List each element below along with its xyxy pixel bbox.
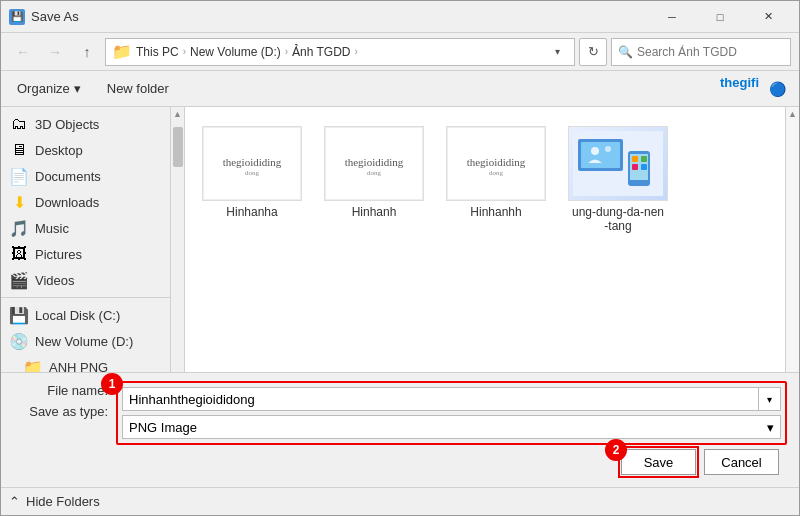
documents-icon: 📄 [9,167,29,185]
forward-button[interactable]: → [41,38,69,66]
file-name-input[interactable] [122,387,759,411]
svg-text:dong: dong [245,169,260,177]
address-bar[interactable]: 📁 This PC › New Volume (D:) › Ảnh TGDD ›… [105,38,575,66]
button-bar: 2 Save Cancel [13,445,787,479]
sidebar-item-videos[interactable]: 🎬 Videos [1,267,170,293]
svg-point-13 [605,146,611,152]
file-scrollbar[interactable]: ▲ [785,107,799,372]
music-icon: 🎵 [9,219,29,237]
svg-point-12 [591,147,599,155]
nav-bar: ← → ↑ 📁 This PC › New Volume (D:) › Ảnh … [1,33,799,71]
pictures-icon: 🖼 [9,245,29,263]
hide-folders-bar[interactable]: ⌃ Hide Folders [1,487,799,515]
bottom-bar: 1 File name: Save as type: ▾ PNG Image [1,372,799,487]
file-name-label: File name: [13,383,108,398]
save-type-arrow: ▾ [767,420,774,435]
logo-thumb-hinhanh: thegioididing dong [325,127,423,200]
dialog-icon: 💾 [9,9,25,25]
file-area: thegioididing dong Hinhanha thegioi [185,107,785,372]
organize-button[interactable]: Organize ▾ [9,77,89,100]
save-type-dropdown[interactable]: PNG Image ▾ [122,415,781,439]
up-button[interactable]: ↑ [73,38,101,66]
sidebar-item-pictures[interactable]: 🖼 Pictures [1,241,170,267]
refresh-button[interactable]: ↻ [579,38,607,66]
downloads-icon: ⬇ [9,193,29,211]
file-grid: thegioididing dong Hinhanha thegioi [197,119,773,240]
svg-text:thegioididing: thegioididing [467,156,526,168]
svg-rect-19 [641,164,647,170]
file-name-ung-dung: ung-dung-da-nen-tang [570,205,666,233]
file-thumb-hinhanha: thegioididing dong [202,126,302,201]
file-item-hinhanh[interactable]: thegioididing dong Hinhanh [319,119,429,240]
dialog-title: Save As [31,9,649,24]
toolbar: Organize ▾ New folder thegifi 🔵 [1,71,799,107]
videos-icon: 🎬 [9,271,29,289]
sidebar-item-documents[interactable]: 📄 Documents [1,163,170,189]
back-button[interactable]: ← [9,38,37,66]
svg-text:thegioididing: thegioididing [223,156,282,168]
sidebar: 🗂 3D Objects 🖥 Desktop 📄 Documents ⬇ Dow… [1,107,171,372]
svg-rect-17 [641,156,647,162]
file-name-hinhanh: Hinhanh [352,205,397,219]
main-area: 🗂 3D Objects 🖥 Desktop 📄 Documents ⬇ Dow… [1,107,799,372]
app-thumb-ung-dung [569,127,667,200]
search-box[interactable]: 🔍 [611,38,791,66]
file-name-row: ▾ [122,387,781,411]
file-inputs-rows: ▾ PNG Image ▾ [122,387,781,439]
breadcrumb-this-pc[interactable]: This PC [136,45,179,59]
sidebar-item-new-volume-d[interactable]: 💿 New Volume (D:) [1,328,170,354]
title-bar: 💾 Save As ─ □ ✕ [1,1,799,33]
new-folder-button[interactable]: New folder [97,77,179,100]
sidebar-item-3d-objects[interactable]: 🗂 3D Objects [1,111,170,137]
badge-2: 2 [605,439,627,461]
file-name-hinhanhh: Hinhanhh [470,205,521,219]
sidebar-item-downloads[interactable]: ⬇ Downloads [1,189,170,215]
breadcrumb-anh-tgdd[interactable]: Ảnh TGDD [292,45,350,59]
sidebar-item-local-disk-c[interactable]: 💾 Local Disk (C:) [1,302,170,328]
collapse-icon: ⌃ [9,494,20,509]
sidebar-item-music[interactable]: 🎵 Music [1,215,170,241]
hide-folders-label: Hide Folders [26,494,100,509]
file-item-hinhanha[interactable]: thegioididing dong Hinhanha [197,119,307,240]
anh-png-icon: 📁 [23,358,43,372]
file-name-dropdown[interactable]: ▾ [759,387,781,411]
organize-dropdown-icon: ▾ [74,81,81,96]
file-thumb-hinhanh: thegioididing dong [324,126,424,201]
sidebar-scrollbar[interactable]: ▲ [171,107,185,372]
sidebar-scroll-thumb[interactable] [173,127,183,167]
view-icon-button[interactable]: 🔵 [763,75,791,103]
logo-thumb-hinhanha: thegioididing dong [203,127,301,200]
search-icon: 🔍 [618,45,633,59]
sidebar-divider [1,297,170,298]
badge-1: 1 [101,373,123,395]
save-type-label: Save as type: [13,404,108,419]
breadcrumb-new-volume[interactable]: New Volume (D:) [190,45,281,59]
view-icons: thegifi 🔵 [720,75,791,103]
close-button[interactable]: ✕ [745,2,791,32]
search-input[interactable] [637,45,784,59]
svg-rect-11 [581,142,620,168]
local-disk-c-icon: 💾 [9,306,29,324]
file-item-hinhanhh[interactable]: thegioididing dong Hinhanhh [441,119,551,240]
new-volume-d-icon: 💿 [9,332,29,350]
save-type-row: PNG Image ▾ [122,415,781,439]
save-button[interactable]: Save [621,449,696,475]
maximize-button[interactable]: □ [697,2,743,32]
minimize-button[interactable]: ─ [649,2,695,32]
logo-thumb-hinhanhh: thegioididing dong [447,127,545,200]
cancel-button[interactable]: Cancel [704,449,779,475]
address-dropdown-button[interactable]: ▾ [546,39,568,65]
svg-text:dong: dong [489,169,504,177]
sidebar-item-anh-png[interactable]: 📁 ANH PNG [1,354,170,372]
save-as-dialog: 💾 Save As ─ □ ✕ ← → ↑ 📁 This PC › New Vo… [0,0,800,516]
toolbar-logo: thegifi [720,75,759,103]
file-inputs-wrapper: ▾ PNG Image ▾ [116,381,787,445]
file-item-ung-dung[interactable]: ung-dung-da-nen-tang [563,119,673,240]
organize-label: Organize [17,81,70,96]
window-controls: ─ □ ✕ [649,2,791,32]
sidebar-item-desktop[interactable]: 🖥 Desktop [1,137,170,163]
svg-rect-18 [632,164,638,170]
3d-objects-icon: 🗂 [9,115,29,133]
svg-rect-16 [632,156,638,162]
file-thumb-hinhanhh: thegioididing dong [446,126,546,201]
